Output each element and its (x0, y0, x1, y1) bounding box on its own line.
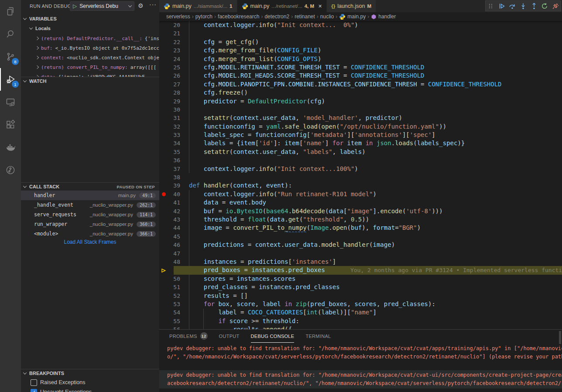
code-line[interactable]: 41 data = event.body (159, 198, 562, 207)
variable-row[interactable]: buf:<_io.BytesIO object at 0x7f5a2dc1ecc… (21, 43, 159, 53)
panel-tab-problems[interactable]: PROBLEMS12 (169, 330, 208, 343)
code-editor[interactable]: 20 context.logger.info("Init context... … (159, 21, 562, 329)
activity-bar-item-remote-explorer[interactable] (0, 91, 21, 113)
code-line[interactable]: 26 cfg.MODEL.ROI_HEADS.SCORE_THRESH_TEST… (159, 72, 562, 80)
variables-section-header[interactable]: VARIABLES (21, 14, 159, 23)
code-line[interactable]: 38 (159, 173, 562, 181)
breakpoint-gutter[interactable] (159, 55, 168, 63)
breakpoint-gutter[interactable] (159, 156, 168, 164)
code-line[interactable]: 50 scores = instances.scores (159, 275, 562, 283)
breakpoint-gutter[interactable] (159, 317, 168, 325)
code-line[interactable]: 44 image = convert_PIL_to_numpy(Image.op… (159, 224, 562, 232)
load-all-stack-frames-link[interactable]: Load All Stack Frames (21, 239, 159, 247)
line-number[interactable]: 32 (168, 123, 180, 131)
code-text[interactable]: context.logger.info("Init context...100%… (180, 165, 562, 173)
debug-settings-gear-icon[interactable]: ⚙ (138, 2, 144, 9)
debug-console-output[interactable]: pydev debugger: unable to find translati… (159, 343, 562, 392)
breakpoint-gutter[interactable] (159, 89, 168, 97)
breakpoint-gutter[interactable] (159, 114, 168, 122)
code-line[interactable]: 51 pred_classes = instances.pred_classes (159, 283, 562, 291)
code-line[interactable]: 35 setattr(context.user_data, "labels", … (159, 148, 562, 156)
breakpoint-gutter[interactable] (159, 97, 168, 106)
code-line[interactable]: 20 context.logger.info("Init context... … (159, 21, 562, 29)
breadcrumb-item[interactable]: detectron2 (264, 14, 289, 20)
code-line[interactable]: 36 (159, 156, 562, 164)
breakpoint-gutter[interactable] (159, 275, 168, 283)
line-number[interactable]: 41 (168, 198, 180, 207)
breakpoint-gutter[interactable] (159, 283, 168, 291)
code-line[interactable]: 30 (159, 106, 562, 114)
code-line[interactable]: 49 pred_boxes = instances.pred_boxesYou,… (159, 266, 562, 274)
line-number[interactable]: 26 (168, 72, 180, 80)
line-number[interactable]: 44 (168, 224, 180, 232)
line-number[interactable]: 23 (168, 46, 180, 55)
code-text[interactable]: setattr(context.user_data, "labels", lab… (180, 148, 562, 156)
code-line[interactable]: 27 cfg.MODEL.PANOPTIC_FPN.COMBINE.INSTAN… (159, 80, 562, 89)
breakpoint-gutter[interactable] (159, 46, 168, 55)
code-text[interactable]: image = convert_PIL_to_numpy(Image.open(… (180, 224, 562, 232)
line-number[interactable]: 35 (168, 148, 180, 156)
activity-bar-item-gitlens[interactable] (0, 159, 21, 181)
breadcrumb-item[interactable]: facebookresearch (218, 14, 259, 20)
code-text[interactable] (180, 156, 562, 164)
code-line[interactable]: 47 (159, 249, 562, 258)
breakpoint-gutter[interactable] (159, 232, 168, 241)
breakpoint-gutter[interactable] (159, 181, 168, 190)
code-text[interactable]: instances = predictions['instances'] (180, 258, 562, 266)
line-number[interactable]: 48 (168, 258, 180, 266)
stack-frame-row[interactable]: _handle_event_nuclio_wrapper.py262:1 (21, 200, 159, 210)
breadcrumb-item[interactable]: handler (371, 14, 396, 20)
breakpoint-gutter[interactable] (159, 207, 168, 215)
breakpoint-gutter[interactable] (159, 131, 168, 139)
variable-row[interactable]: data:{'image': 'iVBORw0KG…AAAANSUhE… (21, 72, 159, 77)
breakpoint-gutter[interactable] (159, 249, 168, 258)
more-actions-icon[interactable]: ··· (149, 1, 157, 8)
line-number[interactable]: 42 (168, 207, 180, 215)
code-text[interactable]: data = event.body (180, 198, 562, 207)
editor-tab[interactable]: main.py.../retinanet/...4, M✕ (237, 0, 327, 12)
line-number[interactable]: 46 (168, 241, 180, 249)
breadcrumb-item[interactable]: serverless (166, 14, 190, 20)
code-text[interactable] (180, 106, 562, 114)
step-over-button[interactable] (507, 1, 517, 11)
line-number[interactable]: 51 (168, 283, 180, 291)
line-number[interactable]: 47 (168, 249, 180, 258)
breakpoint-gutter[interactable] (159, 38, 168, 46)
line-number[interactable]: 31 (168, 114, 180, 122)
breakpoint-gutter[interactable] (159, 325, 168, 329)
checkbox-checked[interactable]: ✓ (31, 389, 37, 392)
line-number[interactable]: 28 (168, 89, 180, 97)
code-text[interactable]: pred_boxes = instances.pred_boxesYou, 2 … (174, 266, 562, 274)
code-text[interactable]: cfg.MODEL.PANOPTIC_FPN.COMBINE.INSTANCES… (180, 80, 562, 89)
code-line[interactable]: 29 predictor = DefaultPredictor(cfg) (159, 97, 562, 106)
code-line[interactable]: 46 predictions = context.user_data.model… (159, 241, 562, 249)
breakpoint-gutter[interactable] (159, 139, 168, 147)
line-number[interactable]: 21 (168, 29, 180, 37)
line-number[interactable]: 34 (168, 139, 180, 147)
code-line[interactable]: 43 threshold = float(data.get("threshold… (159, 215, 562, 224)
line-number[interactable]: 20 (168, 21, 180, 29)
breakpoint-gutter[interactable] (159, 21, 168, 29)
code-line[interactable]: 45 (159, 232, 562, 241)
line-number[interactable]: 55 (168, 317, 180, 325)
code-line[interactable]: 56 results.append({ (159, 325, 562, 329)
line-number[interactable]: 22 (168, 38, 180, 46)
breakpoint-gutter[interactable] (159, 198, 168, 207)
continue-button[interactable] (497, 1, 507, 11)
code-text[interactable]: results.append({ (180, 325, 562, 329)
breakpoints-section-header[interactable]: BREAKPOINTS (21, 369, 159, 377)
stack-frame-row[interactable]: <module>_nuclio_wrapper.py366:1 (21, 229, 159, 239)
variable-row[interactable]: (return) convert_PIL_to_numpy:array([[[ … (21, 62, 159, 72)
code-line[interactable]: 28 cfg.freeze() (159, 89, 562, 97)
code-line[interactable]: 37 context.logger.info("Init context...1… (159, 165, 562, 173)
line-number[interactable]: 43 (168, 215, 180, 224)
watch-section-header[interactable]: WATCH (21, 77, 159, 85)
code-text[interactable]: functionconfig = yaml.safe_load(open("/o… (180, 123, 562, 131)
code-line[interactable]: 23 cfg.merge_from_file(CONFIG_FILE) (159, 46, 562, 55)
restart-button[interactable] (540, 1, 549, 11)
code-text[interactable] (180, 249, 562, 258)
breakpoint-gutter[interactable] (159, 241, 168, 249)
panel-tab-debug-console[interactable]: DEBUG CONSOLE (251, 330, 295, 343)
activity-bar-item-source-control[interactable]: 8 (0, 45, 21, 68)
activity-bar-item-docker[interactable] (0, 136, 21, 159)
